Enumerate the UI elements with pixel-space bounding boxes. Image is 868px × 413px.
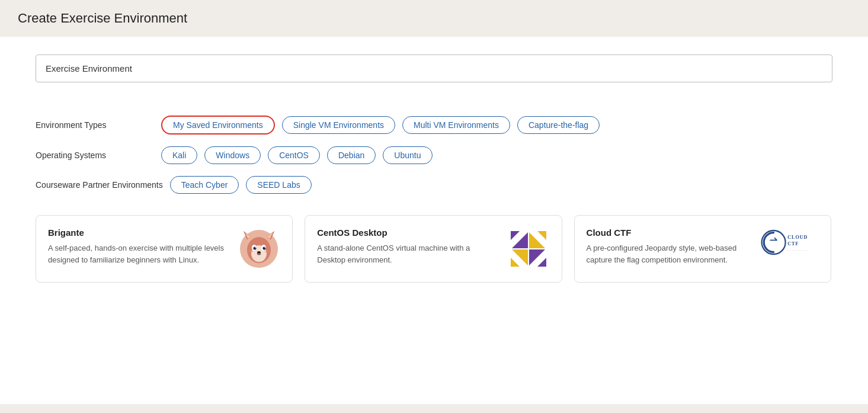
svg-text:CTF: CTF bbox=[787, 241, 799, 246]
card-centos-desc: A stand-alone CentOS virtual machine wit… bbox=[317, 242, 499, 265]
filter-btn-multi-vm[interactable]: Multi VM Environments bbox=[402, 116, 510, 134]
card-brigante[interactable]: Brigante A self-paced, hands-on exercise… bbox=[36, 215, 293, 283]
filter-btn-seed-labs[interactable]: SEED Labs bbox=[246, 176, 311, 194]
card-centos-title: CentOS Desktop bbox=[317, 228, 499, 238]
centos-icon bbox=[507, 228, 550, 270]
svg-point-30 bbox=[761, 230, 785, 254]
cards-section: Brigante A self-paced, hands-on exercise… bbox=[36, 215, 832, 283]
svg-marker-28 bbox=[511, 231, 520, 240]
svg-point-12 bbox=[264, 247, 265, 248]
courseware-label: Courseware Partner Environments bbox=[36, 180, 163, 190]
filter-btn-my-saved[interactable]: My Saved Environments bbox=[161, 116, 275, 135]
card-cloudctf-title: Cloud CTF bbox=[587, 228, 752, 238]
filter-btn-single-vm[interactable]: Single VM Environments bbox=[282, 116, 395, 134]
card-centos-text: CentOS Desktop A stand-alone CentOS virt… bbox=[317, 228, 499, 265]
svg-point-10 bbox=[263, 247, 266, 250]
card-brigante-desc: A self-paced, hands-on exercise with mul… bbox=[48, 242, 230, 265]
card-cloud-ctf[interactable]: Cloud CTF A pre-configured Jeopardy styl… bbox=[574, 215, 831, 283]
filter-btn-ctf[interactable]: Capture-the-flag bbox=[517, 116, 600, 134]
operating-systems-label: Operating Systems bbox=[36, 151, 154, 160]
exercise-environment-input[interactable] bbox=[36, 55, 832, 82]
svg-point-14 bbox=[248, 250, 253, 252]
svg-marker-26 bbox=[537, 231, 546, 240]
environment-types-label: Environment Types bbox=[36, 120, 154, 130]
card-brigante-text: Brigante A self-paced, hands-on exercise… bbox=[48, 228, 230, 265]
svg-text:CLOUD: CLOUD bbox=[787, 235, 808, 240]
svg-marker-29 bbox=[537, 258, 546, 267]
filter-btn-kali[interactable]: Kali bbox=[161, 146, 197, 164]
svg-point-11 bbox=[255, 247, 256, 248]
environment-types-row: Environment Types My Saved Environments … bbox=[36, 116, 832, 135]
svg-point-15 bbox=[265, 250, 270, 252]
card-brigante-title: Brigante bbox=[48, 228, 230, 238]
svg-point-9 bbox=[254, 247, 257, 250]
card-centos-desktop[interactable]: CentOS Desktop A stand-alone CentOS virt… bbox=[305, 215, 562, 283]
brigante-icon bbox=[238, 228, 280, 270]
cloudctf-icon: CLOUD CTF · · · · · · · · · bbox=[760, 228, 819, 257]
filter-btn-ubuntu[interactable]: Ubuntu bbox=[383, 146, 432, 164]
filter-btn-centos[interactable]: CentOS bbox=[268, 146, 320, 164]
filter-btn-teach-cyber[interactable]: Teach Cyber bbox=[170, 176, 239, 194]
svg-point-13 bbox=[257, 251, 261, 254]
card-cloudctf-text: Cloud CTF A pre-configured Jeopardy styl… bbox=[587, 228, 752, 265]
courseware-row: Courseware Partner Environments Teach Cy… bbox=[36, 176, 832, 194]
svg-marker-27 bbox=[511, 258, 520, 267]
filter-btn-debian[interactable]: Debian bbox=[327, 146, 376, 164]
page-title: Create Exercise Environment bbox=[18, 11, 850, 26]
operating-systems-row: Operating Systems Kali Windows CentOS De… bbox=[36, 146, 832, 164]
card-cloudctf-desc: A pre-configured Jeopardy style, web-bas… bbox=[587, 242, 752, 265]
svg-text:· · · · · · · · ·: · · · · · · · · · bbox=[787, 248, 807, 252]
filter-btn-windows[interactable]: Windows bbox=[204, 146, 261, 164]
